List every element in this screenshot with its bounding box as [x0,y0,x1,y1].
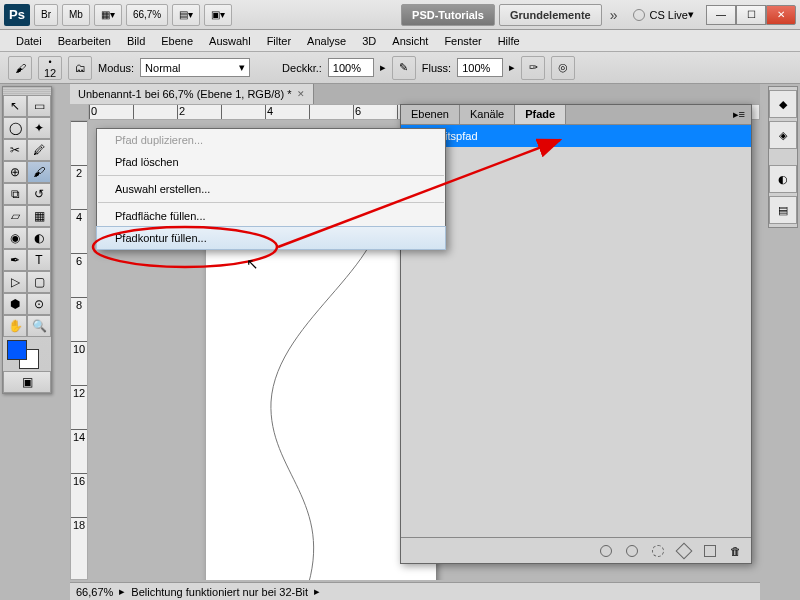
flow-input[interactable]: 100% [457,58,503,77]
selection-to-path-icon[interactable] [676,542,693,559]
screen-mode-button[interactable]: ▦▾ [94,4,122,26]
workspace-grundelemente[interactable]: Grundelemente [499,4,602,26]
context-menu: Pfad duplizieren... Pfad löschen Auswahl… [96,128,446,250]
menu-ebene[interactable]: Ebene [153,32,201,50]
path-select-tool[interactable]: ▷ [3,271,27,293]
airbrush-button[interactable]: ✑ [521,56,545,80]
blend-mode-value: Normal [145,62,180,74]
flow-label: Fluss: [422,62,451,74]
status-zoom[interactable]: 66,67% [76,586,113,598]
menu-bearbeiten[interactable]: Bearbeiten [50,32,119,50]
3d-tool[interactable]: ⬢ [3,293,27,315]
shape-tool[interactable]: ▢ [27,271,51,293]
blur-tool[interactable]: ◉ [3,227,27,249]
brushes-panel-button[interactable]: 🗂 [68,56,92,80]
options-bar: 🖌 •12 🗂 Modus: Normal▾ Deckkr.: 100%▸ ✎ … [0,52,800,84]
tool-preset-icon[interactable]: 🖌 [8,56,32,80]
paths-list[interactable]: eitspfad [401,125,751,529]
minimize-button[interactable]: — [706,5,736,25]
marquee-tool[interactable]: ▭ [27,95,51,117]
workspace-more-icon[interactable]: » [610,7,618,23]
menu-duplicate-path: Pfad duplizieren... [97,129,445,151]
menubar: Datei Bearbeiten Bild Ebene Auswahl Filt… [0,30,800,52]
zoom-tool[interactable]: 🔍 [27,315,51,337]
maximize-button[interactable]: ☐ [736,5,766,25]
paths-panel: Ebenen Kanäle Pfade ▸≡ eitspfad 🗑 [400,104,752,564]
color-swatches[interactable] [3,337,51,371]
type-tool[interactable]: T [27,249,51,271]
close-button[interactable]: ✕ [766,5,796,25]
pressure-opacity-button[interactable]: ✎ [392,56,416,80]
menu-auswahl[interactable]: Auswahl [201,32,259,50]
pen-tool[interactable]: ✒ [3,249,27,271]
eyedropper-tool[interactable]: 🖉 [27,139,51,161]
menu-stroke-path[interactable]: Pfadkontur füllen... [96,226,446,250]
panel-tabs: Ebenen Kanäle Pfade ▸≡ [401,105,751,125]
color-panel-icon[interactable]: ◆ [769,90,797,118]
minibridge-button[interactable]: Mb [62,4,90,26]
fg-color-swatch[interactable] [7,340,27,360]
delete-path-icon[interactable]: 🗑 [730,545,741,557]
opacity-label: Deckkr.: [282,62,322,74]
opacity-input[interactable]: 100% [328,58,374,77]
move-tool[interactable]: ↖ [3,95,27,117]
path-item[interactable]: eitspfad [401,125,751,147]
menu-filter[interactable]: Filter [259,32,299,50]
window-controls: — ☐ ✕ [706,5,796,25]
history-brush-tool[interactable]: ↺ [27,183,51,205]
lasso-tool[interactable]: ◯ [3,117,27,139]
crop-tool[interactable]: ✂ [3,139,27,161]
menu-fill-path[interactable]: Pfadfläche füllen... [97,205,445,227]
app-logo: Ps [4,4,30,26]
wand-tool[interactable]: ✦ [27,117,51,139]
tab-kanaele[interactable]: Kanäle [460,105,515,124]
stamp-tool[interactable]: ⧉ [3,183,27,205]
status-message: Belichtung funktioniert nur bei 32-Bit [131,586,308,598]
swatches-panel-icon[interactable]: ◈ [769,121,797,149]
tab-ebenen[interactable]: Ebenen [401,105,460,124]
fill-path-icon[interactable] [600,545,612,557]
quickmask-button[interactable]: ▣ [3,371,51,393]
menu-datei[interactable]: Datei [8,32,50,50]
view-extras-button[interactable]: ▣▾ [204,4,232,26]
toolbox-handle[interactable] [3,87,51,95]
pressure-size-button[interactable]: ◎ [551,56,575,80]
camera-tool[interactable]: ⊙ [27,293,51,315]
dodge-tool[interactable]: ◐ [27,227,51,249]
adjustments-panel-icon[interactable]: ◐ [769,165,797,193]
bridge-button[interactable]: Br [34,4,58,26]
menu-analyse[interactable]: Analyse [299,32,354,50]
workspace-psd-tutorials[interactable]: PSD-Tutorials [401,4,495,26]
blend-mode-select[interactable]: Normal▾ [140,58,250,77]
arrange-button[interactable]: ▤▾ [172,4,200,26]
brush-size-label: 12 [44,67,56,79]
gradient-tool[interactable]: ▦ [27,205,51,227]
cslive-button[interactable]: CS Live ▾ [633,8,694,21]
menu-ansicht[interactable]: Ansicht [384,32,436,50]
menu-bild[interactable]: Bild [119,32,153,50]
menu-delete-path[interactable]: Pfad löschen [97,151,445,173]
path-to-selection-icon[interactable] [652,545,664,557]
panel-menu-icon[interactable]: ▸≡ [727,105,751,124]
modus-label: Modus: [98,62,134,74]
close-tab-icon[interactable]: ✕ [297,89,305,99]
stroke-path-icon[interactable] [626,545,638,557]
menu-3d[interactable]: 3D [354,32,384,50]
document-tab-label: Unbenannt-1 bei 66,7% (Ebene 1, RGB/8) * [78,88,291,100]
zoom-display[interactable]: 66,7% [126,4,168,26]
tab-pfade[interactable]: Pfade [515,105,566,124]
brush-preview-icon[interactable]: •12 [38,56,62,80]
menu-make-selection[interactable]: Auswahl erstellen... [97,178,445,200]
hand-tool[interactable]: ✋ [3,315,27,337]
opacity-arrow-icon[interactable]: ▸ [380,61,386,74]
menu-fenster[interactable]: Fenster [436,32,489,50]
eraser-tool[interactable]: ▱ [3,205,27,227]
new-path-icon[interactable] [704,545,716,557]
layers-panel-icon[interactable]: ▤ [769,196,797,224]
titlebar: Ps Br Mb ▦▾ 66,7% ▤▾ ▣▾ PSD-Tutorials Gr… [0,0,800,30]
heal-tool[interactable]: ⊕ [3,161,27,183]
document-tab[interactable]: Unbenannt-1 bei 66,7% (Ebene 1, RGB/8) *… [70,84,314,104]
brush-tool[interactable]: 🖌 [27,161,51,183]
menu-hilfe[interactable]: Hilfe [490,32,528,50]
flow-arrow-icon[interactable]: ▸ [509,61,515,74]
